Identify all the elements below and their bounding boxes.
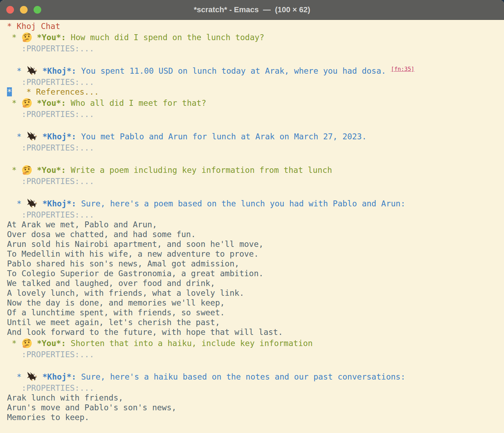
eagle-icon xyxy=(26,198,37,209)
org-heading-text: * Khoj Chat xyxy=(7,22,60,31)
khoj-message: * *Khoj*: You met Pablo and Arun for lun… xyxy=(7,130,504,143)
properties-ellipsis[interactable]: :PROPERTIES:... xyxy=(7,210,94,219)
properties-drawer[interactable]: :PROPERTIES:... xyxy=(7,143,504,153)
footnote-link[interactable]: [fn:35] xyxy=(391,66,414,72)
speaker-label: *Khoj*: xyxy=(37,66,76,75)
speaker-label: *You*: xyxy=(32,98,66,108)
message-text: Who all did I meet for that? xyxy=(66,98,206,108)
properties-drawer[interactable]: :PROPERTIES:... xyxy=(7,109,504,119)
body-line: Until we meet again, let's cherish the p… xyxy=(7,317,504,327)
buffer[interactable]: * Khoj Chat * *You*: How much did I spen… xyxy=(0,20,504,422)
properties-drawer[interactable]: :PROPERTIES:... xyxy=(7,383,504,393)
body-line: Arun sold his Nairobi apartment, and soo… xyxy=(7,239,504,249)
message-text: Shorten that into a haiku, include key i… xyxy=(66,339,312,348)
properties-ellipsis[interactable]: :PROPERTIES:... xyxy=(7,350,94,359)
body-line: Of a lunchtime spent, with friends, so s… xyxy=(7,308,504,317)
message-text: How much did I spend on the lunch today? xyxy=(66,33,264,42)
thinking-face-icon xyxy=(22,98,32,108)
message-text: A lovely lunch, with friends, what a lov… xyxy=(7,288,244,298)
khoj-message: * *Khoj*: You spent 11.00 USD on lunch t… xyxy=(7,65,504,77)
message-text: Arun's move and Pablo's son's news, xyxy=(7,403,177,412)
speaker-label: *Khoj*: xyxy=(37,132,76,141)
properties-drawer[interactable]: :PROPERTIES:... xyxy=(7,350,504,359)
window-controls xyxy=(6,6,41,14)
heading-star: * xyxy=(7,132,26,141)
eagle-icon xyxy=(26,66,37,76)
message-text: You spent 11.00 USD on lunch today at Ar… xyxy=(76,66,391,75)
properties-ellipsis[interactable]: :PROPERTIES:... xyxy=(7,44,94,53)
message-text: To Colegio Superior de Gastronomia, a gr… xyxy=(7,269,264,278)
message-text: Sure, here's a haiku based on the notes … xyxy=(76,372,405,381)
body-line: And look forward to the future, with hop… xyxy=(7,327,504,337)
user-message: * *You*: How much did I spend on the lun… xyxy=(7,31,504,44)
speaker-label: *You*: xyxy=(32,166,66,175)
message-text: To Medellin with his wife, a new adventu… xyxy=(7,249,259,258)
message-text: We talked and laughed, over food and dri… xyxy=(7,279,215,288)
text-cursor: * xyxy=(7,87,12,96)
body-line: Memories to keep. xyxy=(7,412,504,422)
properties-drawer[interactable]: :PROPERTIES:... xyxy=(7,44,504,53)
blank-line xyxy=(7,186,504,197)
message-text: Over dosa we chatted, and had some fun. xyxy=(7,230,196,239)
message-text: Memories to keep. xyxy=(7,413,89,422)
body-line: Now the day is done, and memories we'll … xyxy=(7,298,504,308)
org-title-heading: * Khoj Chat xyxy=(7,21,504,31)
message-text: Arun sold his Nairobi apartment, and soo… xyxy=(7,240,264,249)
heading-star: * xyxy=(7,339,22,348)
heading-star: * xyxy=(7,199,26,208)
properties-drawer[interactable]: :PROPERTIES:... xyxy=(7,77,504,87)
close-button[interactable] xyxy=(6,6,14,14)
references-line[interactable]: * * References... xyxy=(7,87,504,97)
properties-drawer[interactable]: :PROPERTIES:... xyxy=(7,210,504,220)
speaker-label: *You*: xyxy=(32,339,66,348)
speaker-label: *Khoj*: xyxy=(37,199,76,208)
body-line: To Medellin with his wife, a new adventu… xyxy=(7,249,504,259)
user-message: * *You*: Shorten that into a haiku, incl… xyxy=(7,337,504,350)
message-text: You met Pablo and Arun for lunch at Arak… xyxy=(76,132,367,141)
message-text: Now the day is done, and memories we'll … xyxy=(7,298,225,307)
heading-star: * xyxy=(7,66,26,75)
khoj-message: * *Khoj*: Sure, here's a haiku based on … xyxy=(7,370,504,383)
khoj-message: * *Khoj*: Sure, here's a poem based on t… xyxy=(7,197,504,210)
message-text: Pablo shared his son's news, Amal got ad… xyxy=(7,259,239,268)
references-heading[interactable]: * References... xyxy=(26,87,99,96)
thinking-face-icon xyxy=(22,165,32,175)
body-line: At Arak we met, Pablo and Arun, xyxy=(7,220,504,229)
blank-line xyxy=(7,119,504,130)
eagle-icon xyxy=(26,131,37,142)
properties-ellipsis[interactable]: :PROPERTIES:... xyxy=(7,177,94,186)
window-titlebar: *scratch* - Emacs — (100 × 62) xyxy=(0,0,504,20)
heading-star: * xyxy=(7,98,22,108)
body-line: Over dosa we chatted, and had some fun. xyxy=(7,229,504,239)
heading-star: * xyxy=(7,372,26,381)
gap xyxy=(12,87,27,96)
zoom-button[interactable] xyxy=(34,6,41,14)
message-text: At Arak we met, Pablo and Arun, xyxy=(7,220,157,229)
properties-ellipsis[interactable]: :PROPERTIES:... xyxy=(7,78,94,87)
body-line: Pablo shared his son's news, Amal got ad… xyxy=(7,259,504,269)
properties-ellipsis[interactable]: :PROPERTIES:... xyxy=(7,143,94,152)
window-title: *scratch* - Emacs — (100 × 62) xyxy=(0,5,504,14)
blank-line xyxy=(7,153,504,164)
user-message: * *You*: Write a poem including key info… xyxy=(7,164,504,176)
heading-star: * xyxy=(7,166,22,175)
properties-ellipsis[interactable]: :PROPERTIES:... xyxy=(7,110,94,119)
blank-line xyxy=(7,53,504,65)
emacs-window: *scratch* - Emacs — (100 × 62) * Khoj Ch… xyxy=(0,0,504,433)
properties-ellipsis[interactable]: :PROPERTIES:... xyxy=(7,383,94,392)
minimize-button[interactable] xyxy=(20,6,28,14)
eagle-icon xyxy=(26,372,37,382)
body-line: A lovely lunch, with friends, what a lov… xyxy=(7,288,504,298)
body-line: To Colegio Superior de Gastronomia, a gr… xyxy=(7,269,504,278)
body-line: Arun's move and Pablo's son's news, xyxy=(7,403,504,412)
speaker-label: *You*: xyxy=(32,33,66,42)
thinking-face-icon xyxy=(22,32,32,43)
message-text: And look forward to the future, with hop… xyxy=(7,328,283,337)
properties-drawer[interactable]: :PROPERTIES:... xyxy=(7,176,504,186)
heading-star: * xyxy=(7,33,22,42)
message-text: Of a lunchtime spent, with friends, so s… xyxy=(7,308,225,317)
message-text: Write a poem including key information f… xyxy=(66,166,332,175)
thinking-face-icon xyxy=(22,338,32,348)
message-text: Arak lunch with friends, xyxy=(7,393,123,402)
message-text: Sure, here's a poem based on the lunch y… xyxy=(76,199,405,208)
